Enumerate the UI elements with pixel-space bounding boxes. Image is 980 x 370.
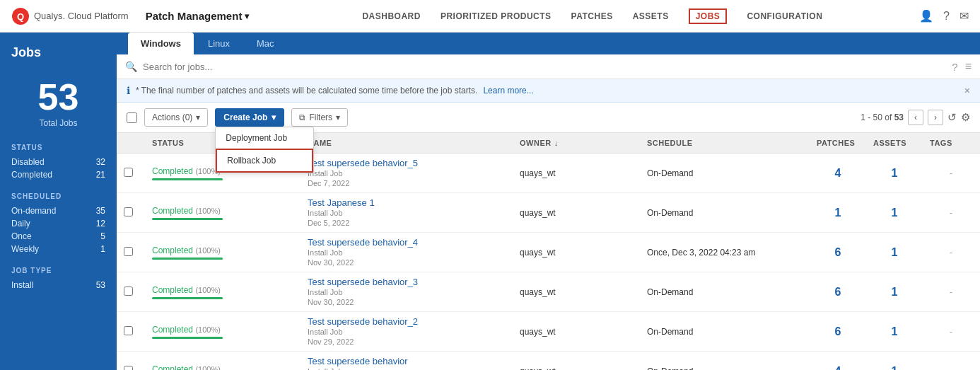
- job-type: Install Job: [308, 288, 343, 296]
- info-icon: ℹ: [127, 85, 130, 96]
- sidebar-status-completed[interactable]: Completed 21: [11, 168, 105, 181]
- pagination-next-button[interactable]: ›: [928, 110, 943, 125]
- row-checkbox[interactable]: [124, 168, 133, 177]
- filters-label: Filters: [309, 112, 332, 122]
- search-help-icon[interactable]: ?: [952, 61, 957, 73]
- refresh-button[interactable]: ↺: [947, 111, 957, 124]
- row-schedule-cell: On-Demand: [640, 164, 810, 183]
- status-badge: Completed (100%): [152, 206, 293, 220]
- settings-button[interactable]: ⚙: [961, 111, 970, 124]
- dropdown-deployment-job[interactable]: Deployment Job: [216, 127, 313, 149]
- row-checkbox-cell: [117, 322, 145, 342]
- row-tags-cell: -: [923, 362, 979, 371]
- tab-linux[interactable]: Linux: [195, 33, 243, 54]
- sidebar-scheduled-section: SCHEDULED On-demand 35 Daily 12 Once 5 W…: [0, 184, 117, 258]
- sidebar-status-disabled-label: Disabled: [11, 157, 45, 167]
- info-banner-close[interactable]: ×: [964, 85, 970, 96]
- nav-configuration[interactable]: CONFIGURATION: [747, 8, 822, 24]
- row-checkbox[interactable]: [124, 366, 133, 371]
- nav-icons: 👤 ? ✉: [919, 9, 969, 23]
- row-tags-cell: -: [923, 243, 979, 262]
- actions-button[interactable]: Actions (0) ▾: [144, 108, 208, 127]
- progress-bar: [152, 337, 223, 339]
- row-schedule-cell: Once, Dec 3, 2022 04:23 am: [640, 243, 810, 262]
- filters-chevron-icon: ▾: [336, 112, 340, 122]
- job-name-link[interactable]: Test supersede behavior_5: [308, 158, 418, 168]
- actions-button-label: Actions (0): [152, 112, 192, 122]
- th-assets: ASSETS: [866, 139, 923, 147]
- sidebar-scheduled-once-count: 5: [100, 231, 105, 241]
- search-input[interactable]: [143, 62, 952, 72]
- create-job-dropdown: Create Job ▾ Deployment Job Rollback Job: [215, 108, 284, 127]
- svg-text:Q: Q: [17, 11, 24, 22]
- job-name-link[interactable]: Test supersede behavior_3: [308, 277, 418, 287]
- search-menu-icon[interactable]: ≡: [965, 60, 972, 73]
- sidebar-scheduled-daily-label: Daily: [11, 219, 30, 229]
- sidebar-scheduled-ondemand-label: On-demand: [11, 206, 56, 216]
- sidebar-jobtype-install[interactable]: Install 53: [11, 279, 105, 291]
- th-tags: TAGS: [923, 139, 979, 147]
- job-name-link[interactable]: Test Japanese 1: [308, 197, 375, 208]
- nav-prioritized-products[interactable]: PRIORITIZED PRODUCTS: [441, 8, 552, 24]
- sidebar-status-disabled[interactable]: Disabled 32: [11, 156, 105, 168]
- job-name-link[interactable]: Test supersede behavior: [308, 356, 408, 366]
- row-patches-cell: 6: [810, 242, 866, 263]
- select-all-checkbox[interactable]: [127, 112, 137, 123]
- sidebar-status-section: STATUS Disabled 32 Completed 21: [0, 135, 117, 184]
- row-checkbox-cell: [117, 282, 145, 302]
- job-date: Nov 29, 2022: [308, 337, 354, 346]
- th-schedule: SCHEDULE: [640, 139, 810, 147]
- create-job-button[interactable]: Create Job ▾: [215, 108, 284, 127]
- tab-mac[interactable]: Mac: [244, 33, 287, 54]
- table-row: Completed (100%) Test supersede behavior…: [117, 272, 980, 312]
- nav-patches[interactable]: PATCHES: [571, 8, 613, 24]
- job-name-link[interactable]: Test supersede behavior_4: [308, 237, 418, 248]
- sidebar-scheduled-daily[interactable]: Daily 12: [11, 217, 105, 230]
- row-schedule-cell: On-Demand: [640, 204, 810, 222]
- sidebar-scheduled-once[interactable]: Once 5: [11, 230, 105, 243]
- filters-button[interactable]: ⧉ Filters ▾: [291, 108, 348, 127]
- user-icon[interactable]: 👤: [919, 9, 933, 23]
- info-banner-text: * The final number of patches and assets…: [136, 86, 477, 96]
- nav-assets[interactable]: ASSETS: [633, 8, 669, 24]
- info-banner-link[interactable]: Learn more...: [483, 86, 533, 96]
- nav-jobs[interactable]: JOBS: [689, 8, 728, 24]
- sidebar-scheduled-weekly[interactable]: Weekly 1: [11, 243, 105, 255]
- row-checkbox[interactable]: [124, 207, 133, 216]
- tab-windows[interactable]: Windows: [128, 33, 194, 54]
- row-checkbox-cell: [117, 163, 145, 183]
- help-icon[interactable]: ?: [943, 10, 950, 23]
- row-checkbox[interactable]: [124, 287, 133, 296]
- row-checkbox[interactable]: [124, 247, 133, 256]
- row-checkbox[interactable]: [124, 326, 133, 335]
- status-text: Completed (100%): [152, 245, 293, 255]
- job-date: Nov 30, 2022: [308, 298, 354, 306]
- th-owner[interactable]: OWNER ↓: [513, 139, 640, 147]
- actions-chevron-icon: ▾: [196, 112, 200, 122]
- status-text: Completed (100%): [152, 325, 293, 335]
- row-tags-cell: -: [923, 164, 979, 183]
- mail-icon[interactable]: ✉: [959, 9, 969, 23]
- row-patches-cell: 6: [810, 282, 866, 303]
- job-date: Nov 30, 2022: [308, 258, 354, 267]
- pagination-prev-button[interactable]: ‹: [908, 110, 923, 125]
- sidebar-scheduled-weekly-count: 1: [100, 244, 105, 254]
- job-type: Install Job: [308, 367, 343, 370]
- job-date: Dec 5, 2022: [308, 219, 349, 227]
- status-badge: Completed (100%): [152, 325, 293, 339]
- app-title-chevron[interactable]: ▾: [245, 11, 249, 21]
- sidebar-status-title: STATUS: [11, 144, 105, 151]
- search-bar-right: ? ≡: [952, 60, 972, 73]
- dropdown-rollback-job[interactable]: Rollback Job: [216, 149, 313, 173]
- status-badge: Completed (100%): [152, 364, 293, 371]
- job-name-link[interactable]: Test supersede behavior_2: [308, 316, 418, 327]
- sidebar-total-count: 53: [0, 79, 117, 115]
- row-name-cell: Test supersede behavior_4 Install Job No…: [301, 233, 513, 272]
- job-type: Install Job: [308, 248, 343, 257]
- row-owner-cell: quays_wt: [513, 164, 640, 183]
- nav-dashboard[interactable]: DASHBOARD: [362, 8, 421, 24]
- sidebar-jobtype-install-label: Install: [11, 280, 33, 290]
- row-name-cell: Test supersede behavior_5 Install Job De…: [301, 154, 513, 192]
- logo-area: Q Qualys. Cloud Platform: [11, 7, 129, 25]
- sidebar-scheduled-ondemand[interactable]: On-demand 35: [11, 204, 105, 217]
